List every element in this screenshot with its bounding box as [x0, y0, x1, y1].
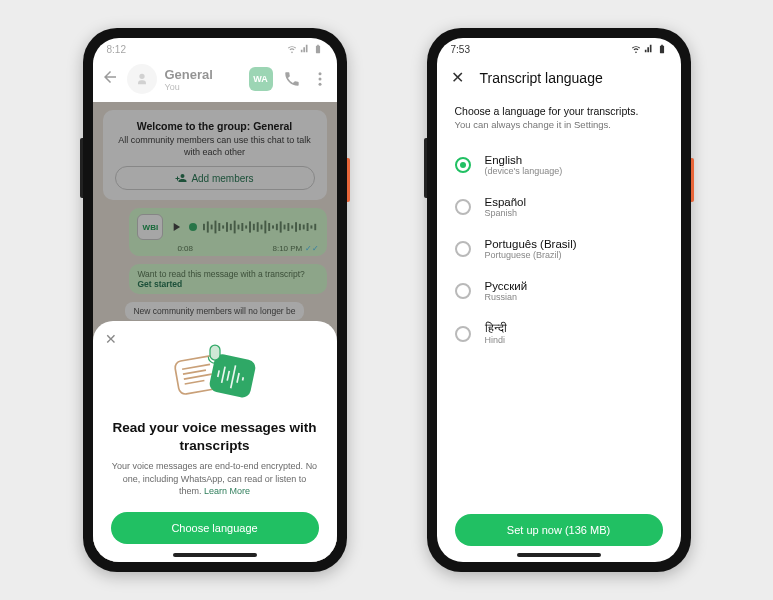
language-option[interactable]: РусскийRussian	[455, 270, 663, 312]
back-arrow-icon[interactable]	[101, 68, 119, 91]
language-option[interactable]: Português (Brasil)Portuguese (Brazil)	[455, 228, 663, 270]
sheet-title: Read your voice messages with transcript…	[111, 419, 319, 454]
language-secondary: Portuguese (Brazil)	[485, 250, 577, 260]
chat-subtitle: You	[165, 82, 241, 92]
close-icon[interactable]: ✕	[451, 68, 464, 87]
sheet-body: Your voice messages are end-to-end encry…	[111, 460, 319, 498]
wifi-icon	[631, 44, 641, 54]
language-primary: हिन्दी	[485, 322, 507, 335]
radio-icon[interactable]	[455, 199, 471, 215]
svg-point-1	[318, 78, 321, 81]
language-option[interactable]: English(device's language)	[455, 144, 663, 186]
close-icon[interactable]: ✕	[105, 331, 117, 347]
learn-more-link[interactable]: Learn More	[204, 486, 250, 496]
transcript-bottom-sheet: ✕	[93, 321, 337, 562]
signal-icon	[300, 44, 310, 54]
screen-left: 8:12 General You WA	[93, 38, 337, 562]
page-title: Transcript language	[480, 70, 603, 86]
battery-icon	[313, 44, 323, 54]
language-primary: English	[485, 154, 563, 166]
language-primary: Español	[485, 196, 527, 208]
kebab-menu-icon[interactable]	[311, 70, 329, 88]
wifi-icon	[287, 44, 297, 54]
language-secondary: Russian	[485, 292, 528, 302]
gesture-bar	[517, 553, 601, 557]
language-secondary: Hindi	[485, 335, 507, 345]
svg-point-2	[318, 83, 321, 86]
volume-button	[80, 138, 83, 198]
choose-language-button[interactable]: Choose language	[111, 512, 319, 544]
chat-name: General	[165, 67, 241, 82]
radio-icon[interactable]	[455, 241, 471, 257]
status-bar: 7:53	[437, 38, 681, 60]
radio-icon[interactable]	[455, 157, 471, 173]
phone-right: 7:53 ✕ Transcript language Choose a lang…	[427, 28, 691, 572]
phone-left: 8:12 General You WA	[83, 28, 347, 572]
language-secondary: (device's language)	[485, 166, 563, 176]
settings-body: Choose a language for your transcripts. …	[437, 99, 681, 562]
screen-right: 7:53 ✕ Transcript language Choose a lang…	[437, 38, 681, 562]
signal-icon	[644, 44, 654, 54]
radio-icon[interactable]	[455, 283, 471, 299]
brand-badge[interactable]: WA	[249, 67, 273, 91]
chat-title-block[interactable]: General You	[165, 67, 241, 92]
language-primary: Português (Brasil)	[485, 238, 577, 250]
sub-text: You can always change it in Settings.	[455, 119, 663, 130]
status-icons	[287, 44, 323, 54]
group-avatar[interactable]	[127, 64, 157, 94]
settings-header: ✕ Transcript language	[437, 60, 681, 99]
lead-text: Choose a language for your transcripts.	[455, 105, 663, 117]
status-time: 8:12	[107, 44, 126, 55]
svg-rect-45	[210, 345, 220, 360]
gesture-bar	[173, 553, 257, 557]
header-actions: WA	[249, 67, 329, 91]
set-up-now-button[interactable]: Set up now (136 MB)	[455, 514, 663, 546]
language-list: English(device's language)EspañolSpanish…	[455, 144, 663, 355]
language-option[interactable]: EspañolSpanish	[455, 186, 663, 228]
volume-button	[424, 138, 427, 198]
language-option[interactable]: हिन्दीHindi	[455, 312, 663, 355]
language-primary: Русский	[485, 280, 528, 292]
battery-icon	[657, 44, 667, 54]
status-icons	[631, 44, 667, 54]
language-secondary: Spanish	[485, 208, 527, 218]
status-time: 7:53	[451, 44, 470, 55]
power-button	[691, 158, 694, 202]
chat-header: General You WA	[93, 60, 337, 102]
call-icon[interactable]	[283, 70, 301, 88]
svg-line-44	[242, 377, 243, 380]
radio-icon[interactable]	[455, 326, 471, 342]
power-button	[347, 158, 350, 202]
svg-point-0	[318, 72, 321, 75]
status-bar: 8:12	[93, 38, 337, 60]
sheet-illustration	[165, 341, 265, 409]
